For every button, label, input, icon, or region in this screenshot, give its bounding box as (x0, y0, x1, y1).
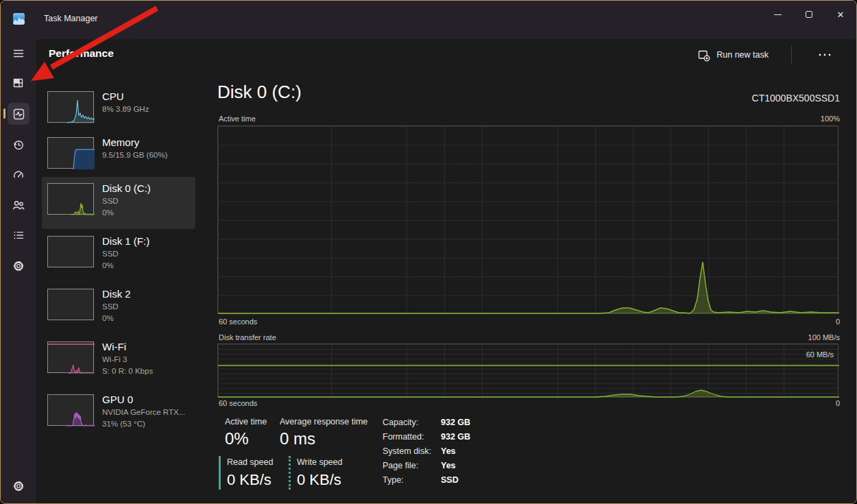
disk1-mini-chart (47, 236, 94, 267)
disk1-label: Disk 1 (F:) (102, 235, 149, 248)
formatted-value: 932 GB (441, 432, 470, 442)
details-icon (12, 228, 25, 242)
list-item-disk0-selected[interactable]: Disk 0 (C:) SSD 0% (42, 177, 195, 229)
detail-title: Disk 0 (C:) (217, 82, 302, 103)
users-icon (12, 198, 25, 212)
write-speed-legend-bar (289, 456, 291, 490)
chart2-max: 100 MB/s (808, 333, 840, 341)
system-disk-value: Yes (441, 446, 456, 456)
memory-stats: 9.5/15.9 GB (60%) (102, 149, 167, 161)
hamburger-menu-button[interactable] (8, 43, 29, 64)
chart1-label: Active time (219, 115, 256, 123)
cpu-stats: 8% 3.89 GHz (102, 104, 149, 115)
disk2-type: SSD (102, 301, 131, 313)
type-label: Type: (383, 475, 404, 485)
list-item-disk1[interactable]: Disk 1 (F:) SSD 0% (42, 230, 195, 282)
disk0-usage: 0% (102, 207, 151, 219)
disk1-type: SSD (102, 248, 149, 260)
app-history-icon (12, 138, 25, 152)
list-item-wifi[interactable]: Wi-Fi Wi-Fi 3 S: 0 R: 0 Kbps (42, 335, 195, 387)
maximize-icon (806, 11, 812, 18)
list-item-disk2[interactable]: Disk 2 SSD 0% (42, 283, 195, 335)
sidebar-item-processes[interactable] (8, 72, 29, 94)
sidebar-item-details[interactable] (8, 224, 29, 246)
sidebar-item-settings[interactable] (8, 475, 29, 497)
close-icon: ✕ (837, 10, 845, 19)
read-speed-label: Read speed (227, 457, 273, 467)
chart2-ref-label: 60 MB/s (806, 350, 834, 359)
avg-response-stat-value: 0 ms (280, 429, 315, 448)
task-manager-app-icon (13, 13, 25, 25)
window-title: Task Manager (44, 14, 98, 23)
chart2-x-left: 60 seconds (219, 399, 257, 407)
chart1-x-left: 60 seconds (219, 317, 257, 326)
services-icon (12, 259, 25, 273)
page-header: Performance Run new task (36, 39, 857, 69)
disk2-usage: 0% (102, 313, 131, 324)
write-speed-label: Write speed (297, 457, 342, 467)
selected-nav-accent (3, 108, 5, 119)
chart2-label: Disk transfer rate (219, 333, 276, 341)
chart2-x-right: 0 (836, 399, 840, 407)
list-item-gpu0[interactable]: GPU 0 NVIDIA GeForce RTX... 31% (53 °C) (42, 388, 195, 440)
gpu-mini-chart (47, 394, 94, 426)
gpu-usage: 31% (53 °C) (102, 418, 185, 430)
list-item-memory[interactable]: Memory 9.5/15.9 GB (60%) (42, 131, 195, 177)
disk0-label: Disk 0 (C:) (102, 182, 151, 195)
run-new-task-button[interactable]: Run new task (690, 45, 775, 65)
active-time-chart (217, 125, 838, 313)
run-new-task-icon (697, 49, 710, 62)
chart1-max: 100% (821, 115, 840, 123)
page-file-label: Page file: (383, 461, 418, 470)
close-button[interactable]: ✕ (825, 1, 856, 28)
wifi-adapter: Wi-Fi 3 (102, 354, 153, 365)
capacity-label: Capacity: (383, 418, 418, 427)
read-speed-legend-bar (219, 456, 221, 490)
sidebar-item-services[interactable] (8, 255, 29, 277)
read-speed-value: 0 KB/s (227, 471, 271, 489)
processes-icon (12, 76, 25, 90)
formatted-label: Formatted: (383, 432, 424, 442)
disk1-usage: 0% (102, 260, 149, 272)
header-divider (791, 46, 792, 64)
sidebar (1, 39, 36, 504)
disk2-label: Disk 2 (102, 287, 131, 301)
wifi-mini-chart (47, 341, 94, 373)
performance-icon (12, 107, 26, 121)
transfer-rate-chart: 60 MB/s (217, 344, 838, 397)
sidebar-item-startup-apps[interactable] (8, 164, 29, 186)
cpu-mini-chart (47, 91, 94, 123)
sidebar-item-performance[interactable] (8, 103, 29, 125)
capacity-value: 932 GB (441, 418, 470, 427)
minimize-button[interactable] (762, 1, 793, 28)
maximize-button[interactable] (793, 1, 825, 28)
write-speed-value: 0 KB/s (297, 471, 341, 489)
device-model: CT1000BX500SSD1 (752, 93, 840, 104)
more-options-button[interactable] (811, 45, 838, 65)
wifi-label: Wi-Fi (102, 340, 153, 354)
chart1-x-right: 0 (836, 317, 840, 326)
sidebar-item-users[interactable] (8, 194, 29, 216)
list-item-cpu[interactable]: CPU 8% 3.89 GHz (42, 85, 195, 131)
settings-gear-icon (12, 479, 25, 493)
memory-label: Memory (102, 136, 167, 149)
run-new-task-label: Run new task (716, 50, 769, 60)
disk0-mini-chart (47, 183, 94, 215)
page-title: Performance (49, 47, 114, 60)
gpu-label: GPU 0 (102, 393, 185, 407)
hamburger-icon (12, 47, 25, 60)
disk0-type: SSD (102, 195, 151, 207)
sidebar-item-app-history[interactable] (8, 134, 29, 156)
main-panel: Performance Run new task (36, 39, 857, 504)
gpu-device: NVIDIA GeForce RTX... (102, 407, 185, 418)
type-value: SSD (441, 475, 459, 485)
system-disk-label: System disk: (383, 446, 431, 456)
page-file-value: Yes (441, 461, 456, 470)
startup-apps-icon (12, 168, 25, 182)
avg-response-stat-label: Average response time (280, 417, 367, 427)
ellipsis-icon (819, 53, 831, 56)
memory-mini-chart (47, 137, 94, 169)
title-bar: Task Manager ✕ (1, 1, 856, 39)
disk2-mini-chart (47, 289, 94, 320)
active-time-stat-label: Active time (225, 417, 267, 427)
